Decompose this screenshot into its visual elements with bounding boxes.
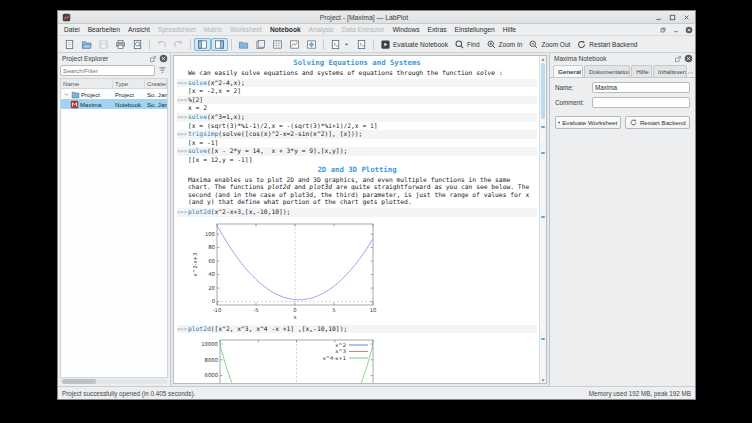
column-header-created[interactable]: Created	[145, 79, 167, 88]
zoom-out-label: Zoom Out	[541, 41, 570, 48]
command-code[interactable]: solve(x^3=1,x);	[188, 113, 245, 122]
notebook-content[interactable]: Solving Equations and SystemsWe can easi…	[174, 56, 539, 383]
menu-ansicht[interactable]: Ansicht	[124, 26, 154, 33]
command-code[interactable]: plot2d([x^2, x^3, x^4 -x +1] ,[x,-10,10]…	[188, 325, 347, 334]
save-icon	[98, 39, 109, 50]
float-dock-icon[interactable]	[149, 55, 157, 63]
scroll-up-icon[interactable]: ▲	[540, 56, 546, 62]
print-preview-button[interactable]	[129, 38, 146, 51]
vertical-scrollbar[interactable]: ▲ ▼	[539, 56, 546, 383]
zoom-in-button[interactable]: Zoom In	[483, 38, 526, 51]
tab-inhaltsverzeichnis[interactable]: Inhaltsverzeichnis	[653, 65, 687, 77]
scroll-marker	[541, 216, 545, 218]
redo-icon	[173, 39, 184, 50]
menu-datei[interactable]: Datei	[60, 26, 84, 33]
filter-button[interactable]	[156, 65, 168, 76]
find-label: Find	[467, 41, 480, 48]
evaluate-worksheet-button[interactable]: Evaluate Worksheet	[555, 116, 621, 129]
tab-scroll-arrows[interactable]: ‹›	[688, 69, 693, 77]
menu-bar: DateiBearbeitenAnsichtSpreadsheetMatrixW…	[58, 24, 695, 36]
mdi-minimize-icon[interactable]	[672, 26, 680, 34]
markdown-text[interactable]: Maxima enables us to plot 2D and 3D grap…	[188, 176, 533, 206]
mdi-restore-icon[interactable]	[659, 26, 667, 34]
horizontal-scrollbar[interactable]	[61, 379, 167, 384]
command-code[interactable]: trigsimp(solve([cos(x)^2-x=2-sin(x^2)], …	[188, 130, 362, 139]
tab-scroll-left-icon[interactable]: ‹	[688, 69, 690, 75]
title-bar[interactable]: Project - [Maxima] — LabPlot	[58, 11, 695, 24]
markdown-text[interactable]: We can easily solve equations and system…	[188, 69, 533, 77]
tab-scroll-right-icon[interactable]: ›	[691, 69, 693, 75]
evaluate-icon	[558, 118, 560, 127]
command-entry[interactable]: >>>%[2]	[177, 96, 537, 105]
cell-created: So. Jan. 2 18:	[145, 101, 167, 108]
window-controls	[654, 13, 691, 22]
command-entry[interactable]: >>>plot2d(x^2-x+3,[x,-10,10]);	[177, 208, 537, 217]
new-worksheet-button[interactable]	[286, 38, 303, 51]
entry-prompt: >>>	[177, 113, 188, 122]
command-code[interactable]: solve([x - 2*y = 14, x + 3*y = 9],[x,y])…	[188, 147, 347, 156]
column-header-type[interactable]: Type	[113, 79, 145, 88]
print-button[interactable]	[112, 38, 129, 51]
hscroll-thumb[interactable]	[62, 379, 96, 384]
expander-icon	[63, 91, 70, 98]
command-code[interactable]: plot2d(x^2-x+3,[x,-10,10]);	[188, 208, 290, 217]
main-area: Project Explorer NameTypeCreatedProjectP…	[58, 53, 695, 386]
menu-notebook[interactable]: Notebook	[266, 26, 305, 33]
command-code[interactable]: solve(x^2-4,x);	[188, 79, 245, 88]
tab-general[interactable]: General	[553, 65, 583, 77]
new-folder-button[interactable]	[235, 38, 252, 51]
zoom-out-button[interactable]: Zoom Out	[525, 38, 573, 51]
result-output: [x = -1]	[188, 139, 537, 148]
toggle-project-explorer-button[interactable]	[194, 38, 211, 51]
new-workbook-button[interactable]	[252, 38, 269, 51]
plot-result: -10-50510020406080100xx^2-x+3	[191, 219, 537, 322]
vscroll-thumb[interactable]	[541, 63, 545, 119]
menu-windows[interactable]: Windows	[388, 26, 423, 33]
scroll-down-icon[interactable]: ▼	[540, 377, 546, 383]
new-spreadsheet-button[interactable]	[269, 38, 286, 51]
close-dock-icon[interactable]	[684, 54, 693, 63]
restart-backend-button[interactable]: Restart Backend	[573, 38, 640, 51]
new-datapicker-button[interactable]	[303, 38, 320, 51]
restart-backend-button[interactable]: Restart Backend	[625, 116, 691, 129]
command-entry[interactable]: >>>trigsimp(solve([cos(x)^2-x=2-sin(x^2)…	[177, 130, 537, 139]
menu-hilfe[interactable]: Hilfe	[499, 26, 520, 33]
new-notebook-button[interactable]	[327, 38, 353, 51]
open-project-button[interactable]	[78, 38, 95, 51]
search-input[interactable]	[60, 65, 155, 76]
command-code[interactable]: %[2]	[188, 96, 203, 105]
find-button[interactable]: Find	[451, 38, 483, 51]
properties-form: Name: Comment: Evaluate Worksheet Restar…	[550, 78, 695, 133]
menu-extras[interactable]: Extras	[424, 26, 451, 33]
tree-row-project[interactable]: ProjectProjectSo. Jan. 2 18:	[61, 89, 167, 99]
toggle-properties-dock-button[interactable]	[211, 38, 228, 51]
filter-icon	[158, 66, 167, 75]
maximize-icon[interactable]	[668, 13, 677, 22]
close-icon[interactable]	[682, 13, 691, 22]
cell-type: Project	[113, 91, 145, 98]
menu-spreadsheet: Spreadsheet	[154, 26, 200, 33]
name-field[interactable]	[592, 82, 690, 93]
close-dock-icon[interactable]	[159, 54, 168, 63]
menu-bearbeiten[interactable]: Bearbeiten	[84, 26, 124, 33]
svg-text:x^2-x+3: x^2-x+3	[192, 252, 198, 276]
tab-dokumentation[interactable]: Dokumentation	[584, 65, 630, 77]
tab-hilfe[interactable]: Hilfe	[631, 65, 652, 77]
new-project-button[interactable]	[61, 38, 78, 51]
evaluate-notebook-button[interactable]: Evaluate Notebook	[377, 38, 451, 51]
float-dock-icon[interactable]	[674, 55, 682, 63]
comment-field[interactable]	[592, 97, 690, 108]
project-explorer-dock: Project Explorer NameTypeCreatedProjectP…	[58, 53, 171, 386]
mdi-close-icon[interactable]	[685, 26, 693, 34]
open-notebook-button[interactable]	[353, 38, 370, 51]
command-entry[interactable]: >>>solve(x^3=1,x);	[177, 113, 537, 122]
main-toolbar: Evaluate NotebookFindZoom InZoom OutRest…	[58, 36, 695, 53]
minimize-icon[interactable]	[654, 13, 663, 22]
column-header-name[interactable]: Name	[61, 79, 113, 88]
command-entry[interactable]: >>>solve([x - 2*y = 14, x + 3*y = 9],[x,…	[177, 147, 537, 156]
tree-row-maxima[interactable]: MaximaNotebookSo. Jan. 2 18:	[61, 99, 167, 109]
svg-text:x^2: x^2	[335, 342, 346, 348]
command-entry[interactable]: >>>plot2d([x^2, x^3, x^4 -x +1] ,[x,-10,…	[177, 325, 537, 334]
command-entry[interactable]: >>>solve(x^2-4,x);	[177, 79, 537, 88]
menu-einstellungen[interactable]: Einstellungen	[451, 26, 499, 33]
